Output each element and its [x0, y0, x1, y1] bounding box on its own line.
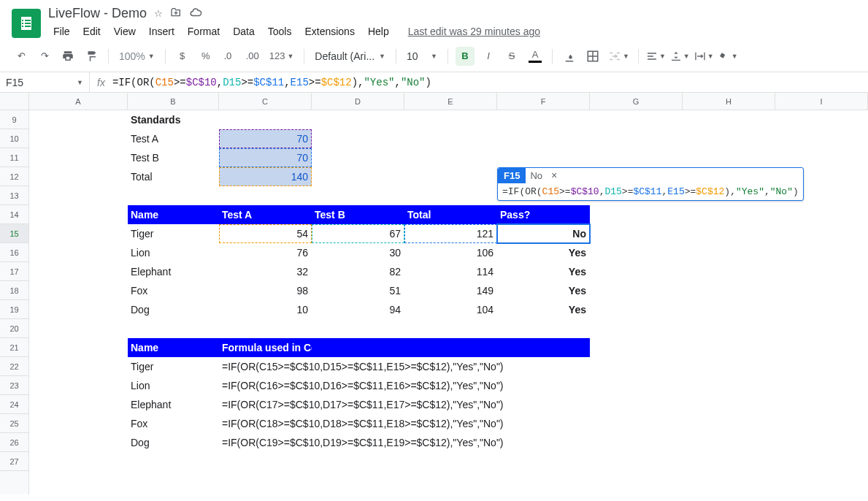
cell-I26[interactable]: [775, 433, 868, 452]
cell-G14[interactable]: [590, 205, 683, 224]
cell-C25[interactable]: =IF(OR(C18>=$C$10,D18>=$C$11,E18>=$C$12)…: [219, 414, 312, 433]
cell-I17[interactable]: [775, 262, 868, 281]
popup-close-icon[interactable]: ×: [547, 170, 561, 182]
cell-A21[interactable]: [29, 338, 128, 357]
star-icon[interactable]: ☆: [154, 8, 163, 19]
cell-D18[interactable]: 51: [312, 281, 404, 300]
cell-B12[interactable]: Total: [128, 167, 219, 186]
cell-B21[interactable]: Name: [128, 338, 219, 357]
font-size-select[interactable]: 10▼: [404, 50, 440, 62]
cell-G18[interactable]: [590, 281, 683, 300]
cell-H16[interactable]: [683, 243, 775, 262]
cell-I16[interactable]: [775, 243, 868, 262]
rotate-button[interactable]: ▼: [718, 47, 738, 66]
cell-A24[interactable]: [29, 395, 128, 414]
cell-I9[interactable]: [775, 110, 868, 129]
cell-C22[interactable]: =IF(OR(C15>=$C$10,D15>=$C$11,E15>=$C$12)…: [219, 357, 312, 376]
more-formats-button[interactable]: 123▼: [266, 47, 297, 66]
cell-E20[interactable]: [404, 319, 497, 338]
row-header-12[interactable]: 12: [0, 167, 28, 186]
merge-button[interactable]: ▼: [607, 47, 631, 66]
cell-A16[interactable]: [29, 243, 128, 262]
cell-B24[interactable]: Elephant: [128, 395, 219, 414]
cell-C13[interactable]: [219, 186, 312, 205]
cell-F23[interactable]: [497, 376, 590, 395]
cell-E14[interactable]: Total: [404, 205, 497, 224]
cell-C11[interactable]: 70: [219, 148, 312, 167]
cell-B22[interactable]: Tiger: [128, 357, 219, 376]
cell-D12[interactable]: [312, 167, 404, 186]
cell-G10[interactable]: [590, 129, 683, 148]
row-header-27[interactable]: 27: [0, 452, 28, 471]
cell-H9[interactable]: [683, 110, 775, 129]
cell-C24[interactable]: =IF(OR(C17>=$C$10,D17>=$C$11,E17>=$C$12)…: [219, 395, 312, 414]
cell-B18[interactable]: Fox: [128, 281, 219, 300]
sheets-logo[interactable]: [12, 9, 41, 38]
cell-F17[interactable]: Yes: [497, 262, 590, 281]
cell-D19[interactable]: 94: [312, 300, 404, 319]
cell-B9[interactable]: Standards: [128, 110, 219, 129]
redo-button[interactable]: ↷: [35, 47, 54, 66]
row-header-18[interactable]: 18: [0, 281, 28, 300]
row-header-22[interactable]: 22: [0, 357, 28, 376]
last-edit-link[interactable]: Last edit was 29 minutes ago: [403, 23, 545, 40]
strikethrough-button[interactable]: S: [502, 47, 521, 66]
valign-button[interactable]: ▼: [670, 47, 690, 66]
cell-E21[interactable]: [404, 338, 497, 357]
cell-B16[interactable]: Lion: [128, 243, 219, 262]
increase-decimal-button[interactable]: .00: [243, 47, 262, 66]
cell-E22[interactable]: [404, 357, 497, 376]
currency-button[interactable]: $: [173, 47, 192, 66]
cell-B19[interactable]: Dog: [128, 300, 219, 319]
cell-B10[interactable]: Test A: [128, 129, 219, 148]
cell-E24[interactable]: [404, 395, 497, 414]
cell-F19[interactable]: Yes: [497, 300, 590, 319]
cell-F25[interactable]: [497, 414, 590, 433]
row-header-23[interactable]: 23: [0, 376, 28, 395]
cell-D16[interactable]: 30: [312, 243, 404, 262]
cell-A26[interactable]: [29, 433, 128, 452]
cell-D23[interactable]: [312, 376, 404, 395]
cell-I20[interactable]: [775, 319, 868, 338]
menu-format[interactable]: Format: [183, 23, 225, 40]
col-header-C[interactable]: C: [219, 93, 312, 110]
cell-H22[interactable]: [683, 357, 775, 376]
cell-D27[interactable]: [312, 452, 404, 471]
cell-G9[interactable]: [590, 110, 683, 129]
cell-H18[interactable]: [683, 281, 775, 300]
cell-H21[interactable]: [683, 338, 775, 357]
cell-F24[interactable]: [497, 395, 590, 414]
percent-button[interactable]: %: [196, 47, 215, 66]
font-select[interactable]: Default (Ari...▼: [312, 50, 388, 62]
cell-D17[interactable]: 82: [312, 262, 404, 281]
cell-D11[interactable]: [312, 148, 404, 167]
print-button[interactable]: [58, 47, 77, 66]
cell-D25[interactable]: [312, 414, 404, 433]
cell-E10[interactable]: [404, 129, 497, 148]
menu-data[interactable]: Data: [228, 23, 260, 40]
cell-H23[interactable]: [683, 376, 775, 395]
cell-A27[interactable]: [29, 452, 128, 471]
row-header-16[interactable]: 16: [0, 243, 28, 262]
cell-F18[interactable]: Yes: [497, 281, 590, 300]
cell-H20[interactable]: [683, 319, 775, 338]
cell-H15[interactable]: [683, 224, 775, 243]
cell-F9[interactable]: [497, 110, 590, 129]
cell-A9[interactable]: [29, 110, 128, 129]
cell-F10[interactable]: [497, 129, 590, 148]
row-header-11[interactable]: 11: [0, 148, 28, 167]
cell-H27[interactable]: [683, 452, 775, 471]
cell-C19[interactable]: 10: [219, 300, 312, 319]
cell-H11[interactable]: [683, 148, 775, 167]
cell-D20[interactable]: [312, 319, 404, 338]
cell-G21[interactable]: [590, 338, 683, 357]
cell-G11[interactable]: [590, 148, 683, 167]
cell-C18[interactable]: 98: [219, 281, 312, 300]
cell-B25[interactable]: Fox: [128, 414, 219, 433]
italic-button[interactable]: I: [479, 47, 498, 66]
menu-insert[interactable]: Insert: [144, 23, 180, 40]
cell-A25[interactable]: [29, 414, 128, 433]
name-box[interactable]: F15▼: [0, 72, 90, 92]
cell-I18[interactable]: [775, 281, 868, 300]
doc-title[interactable]: LiveFlow - Demo: [48, 6, 147, 21]
